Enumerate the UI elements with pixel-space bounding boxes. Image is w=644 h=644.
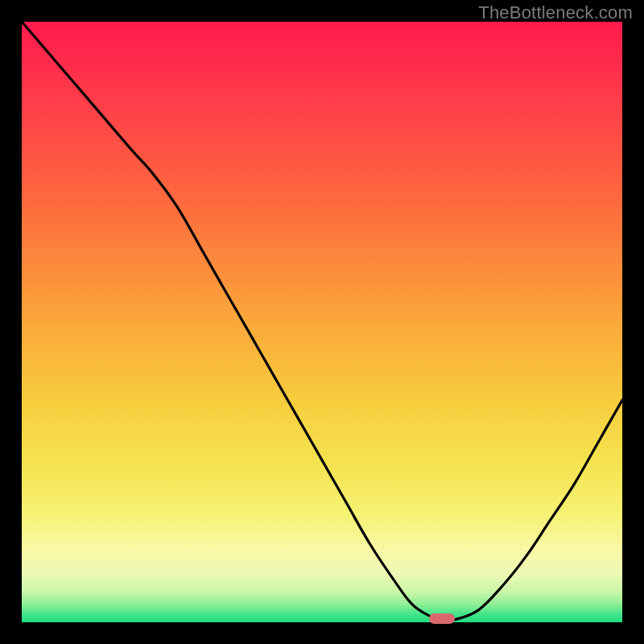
chart-frame: TheBottleneck.com [0, 0, 644, 644]
watermark-text: TheBottleneck.com [478, 2, 633, 23]
bottleneck-curve [22, 22, 622, 622]
curve-path [22, 22, 622, 621]
optimum-marker [429, 613, 455, 624]
